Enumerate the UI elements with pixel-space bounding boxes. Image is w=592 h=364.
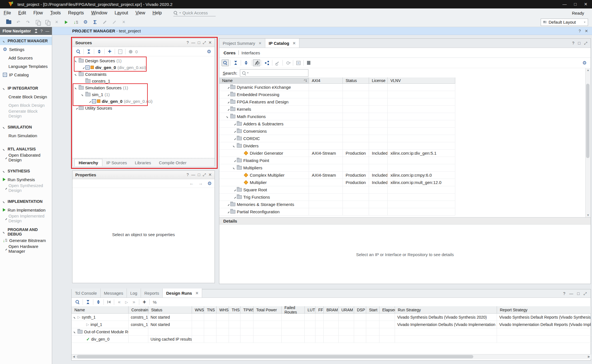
chevron-right-icon[interactable]: [233, 122, 236, 125]
scrollbar-thumb[interactable]: [586, 84, 589, 158]
table-row[interactable]: Divider GeneratorAXI4-StreamProductionIn…: [219, 150, 455, 157]
chevron-right-icon[interactable]: [226, 93, 229, 96]
column-header-run-strategy[interactable]: Run Strategy: [395, 306, 497, 314]
minimize-icon[interactable]: ―: [191, 40, 195, 45]
chevron-down-icon[interactable]: [3, 125, 6, 128]
sources-header[interactable]: Sources ? ― □ ⤢ ✕: [72, 39, 215, 47]
help-icon[interactable]: ?: [40, 29, 43, 33]
help-icon[interactable]: ?: [187, 40, 189, 45]
tree-row[interactable]: sim_1 (1): [72, 91, 215, 98]
sidebar-item-run-synthesis[interactable]: Run Synthesis: [0, 175, 52, 184]
sidebar-item-create-block-design[interactable]: Create Block Design: [0, 92, 52, 101]
table-row[interactable]: ▷synth_1constrs_1Not startedVivado Synth…: [72, 314, 591, 321]
collapse-all-icon[interactable]: [35, 29, 37, 33]
tab-project-summary[interactable]: Project Summary✕: [219, 39, 265, 48]
tab-tcl-console[interactable]: Tcl Console: [72, 288, 101, 298]
layout-selector[interactable]: Default Layout: [541, 19, 588, 26]
sidebar-item-language-templates[interactable]: Language Templates: [0, 62, 52, 70]
sidebar-item-ip-catalog[interactable]: IP Catalog: [0, 70, 52, 79]
column-header-lut[interactable]: LUT: [305, 306, 315, 314]
column-header-license[interactable]: License: [369, 77, 388, 84]
table-row[interactable]: ▷impl_1constrs_1Not startedVivado Implem…: [72, 321, 591, 328]
subtab-cores[interactable]: Cores: [224, 50, 236, 55]
table-row[interactable]: Trig Functions: [219, 194, 455, 201]
tree-row[interactable]: div_gen_0 (div_gen_0.xci): [72, 64, 215, 71]
minimize-panel-icon[interactable]: ―: [45, 29, 49, 33]
details-section-header[interactable]: Details: [219, 217, 591, 225]
properties-header[interactable]: Properties ? ― □ ⤢ ✕: [72, 171, 215, 179]
quick-access-search[interactable]: Quick Access: [173, 10, 216, 16]
scroll-up-icon[interactable]: ▲: [587, 68, 589, 72]
column-header-wns[interactable]: WNS: [192, 306, 204, 314]
chevron-right-icon[interactable]: [81, 66, 85, 69]
tree-row[interactable]: div_gen_0 (div_gen_0.xci): [72, 98, 215, 105]
table-row[interactable]: Math Functions: [219, 113, 455, 120]
table-row[interactable]: Kernels: [219, 106, 455, 113]
percent-button[interactable]: %: [151, 299, 158, 305]
delete-button[interactable]: ×: [53, 19, 60, 26]
run-selected-button[interactable]: ▷: [123, 299, 130, 305]
menu-window[interactable]: Window: [88, 10, 111, 15]
chevron-right-icon[interactable]: [226, 86, 229, 89]
help-icon[interactable]: ?: [563, 291, 566, 296]
column-header-status[interactable]: Status: [148, 306, 192, 314]
sidebar-section-simulation[interactable]: SIMULATION: [0, 123, 52, 131]
table-row[interactable]: Dynamic Function eXchange: [219, 84, 455, 91]
scroll-down-icon[interactable]: ▼: [587, 214, 589, 217]
scrollbar-thumb[interactable]: [77, 355, 473, 358]
collapse-all-button[interactable]: [85, 48, 92, 55]
open-project-button[interactable]: [5, 19, 12, 26]
close-icon[interactable]: ✕: [208, 172, 212, 177]
minimize-icon[interactable]: ―: [191, 172, 195, 177]
chevron-down-icon[interactable]: [3, 147, 6, 150]
column-header-whs[interactable]: WHS: [217, 306, 229, 314]
maximize-icon[interactable]: □: [198, 172, 200, 177]
ip-settings-button[interactable]: [274, 59, 281, 66]
chevron-down-icon[interactable]: [3, 230, 6, 233]
chevron-right-icon[interactable]: [233, 130, 236, 133]
menu-help[interactable]: Help: [149, 10, 165, 15]
sidebar-item-generate-bitstream[interactable]: ↓0110Generate Bitstream: [0, 236, 52, 245]
table-row[interactable]: Memories & Storage Elements: [219, 201, 455, 208]
search-button[interactable]: [75, 48, 82, 55]
expand-all-button[interactable]: [95, 299, 102, 305]
tree-row[interactable]: Constraints: [72, 71, 215, 77]
help-icon[interactable]: ?: [187, 172, 189, 177]
menu-layout[interactable]: Layout: [111, 10, 132, 15]
open-report-button[interactable]: ?: [116, 48, 124, 55]
report-summary-button[interactable]: Σ: [91, 19, 99, 26]
details-toggle-button[interactable]: [305, 59, 312, 66]
sidebar-item-settings[interactable]: ⚙Settings: [0, 45, 52, 54]
sidebar-item-generate-block-design[interactable]: Generate Block Design: [0, 109, 52, 118]
float-icon[interactable]: ⤢: [584, 41, 587, 46]
table-row[interactable]: Dividers: [219, 142, 455, 150]
table-row[interactable]: Partial Reconfiguration: [219, 208, 455, 216]
column-header-uram[interactable]: URAM: [339, 306, 354, 314]
tab-libraries[interactable]: Libraries: [131, 159, 155, 166]
rewind-button[interactable]: «: [116, 299, 123, 305]
table-row[interactable]: ✓div_gen_0Using cached IP results: [72, 336, 591, 343]
column-header-failed-routes[interactable]: Failed Routes: [282, 306, 305, 314]
close-icon[interactable]: ✕: [585, 29, 588, 33]
maximize-icon[interactable]: □: [577, 291, 579, 296]
sidebar-section-implementation[interactable]: IMPLEMENTATION: [0, 197, 52, 206]
column-header-dsp[interactable]: DSP: [354, 306, 366, 314]
sidebar-item-open-implemented-design[interactable]: Open Implemented Design: [0, 214, 52, 223]
generate-bitstream-button[interactable]: ↓0110: [72, 19, 79, 26]
restart-run-button[interactable]: [105, 299, 112, 305]
column-header-tns[interactable]: TNS: [204, 306, 217, 314]
float-icon[interactable]: ⤢: [203, 172, 206, 177]
vertical-scrollbar[interactable]: ▲ ▼: [585, 68, 590, 217]
sidebar-section-synthesis[interactable]: SYNTHESIS: [0, 167, 52, 175]
minimize-button[interactable]: ―: [562, 2, 567, 7]
menu-tools[interactable]: Tools: [47, 10, 64, 15]
chevron-right-icon[interactable]: [4, 186, 7, 189]
create-run-button[interactable]: +: [141, 299, 148, 305]
menu-flow[interactable]: Flow: [30, 10, 47, 15]
chevron-right-icon[interactable]: [75, 106, 78, 109]
search-button[interactable]: [222, 59, 229, 66]
chevron-right-icon[interactable]: [226, 108, 229, 111]
settings-button[interactable]: ⚙: [82, 19, 89, 26]
sidebar-item-open-block-design[interactable]: Open Block Design: [0, 101, 52, 109]
unhighlight-button[interactable]: ×: [120, 19, 127, 26]
